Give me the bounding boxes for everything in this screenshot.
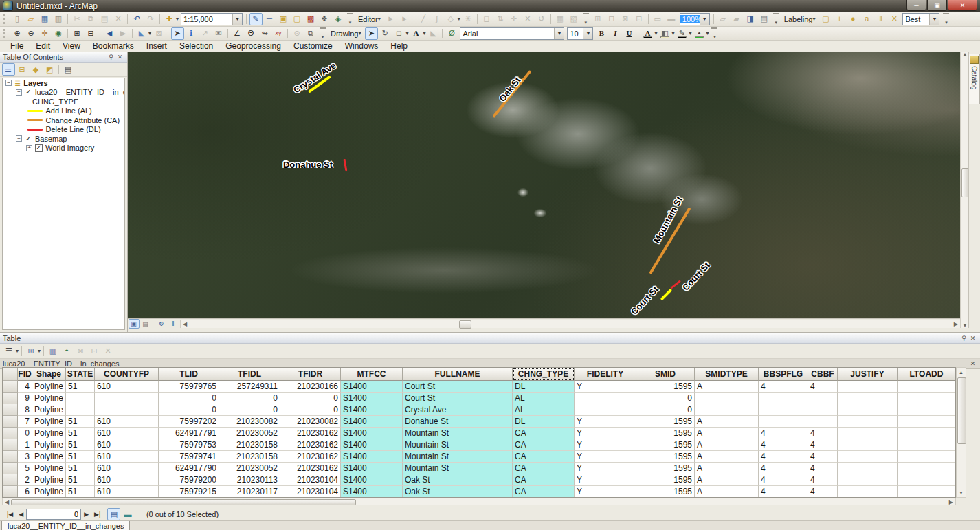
cell-tlid[interactable]: 75979741 bbox=[159, 451, 219, 463]
cell-chng_type[interactable]: AL bbox=[513, 404, 575, 416]
column-header-state[interactable]: STATE bbox=[66, 368, 95, 381]
cell-chng_type[interactable]: CA bbox=[513, 428, 575, 439]
map-hscroll-thumb[interactable] bbox=[459, 320, 471, 329]
cell-justify[interactable] bbox=[838, 404, 898, 416]
cell-bbspflg[interactable]: 4 bbox=[759, 381, 808, 393]
cell-mtfcc[interactable]: S1400 bbox=[341, 474, 403, 486]
cell-smidtype[interactable]: A bbox=[695, 439, 759, 451]
cell-fidelity[interactable]: Y bbox=[575, 474, 636, 486]
cell-state[interactable]: 51 bbox=[66, 381, 95, 393]
cell-bbspflg[interactable]: 4 bbox=[759, 428, 808, 439]
cell-ltoadd[interactable] bbox=[898, 393, 956, 404]
cell-cbbf[interactable]: 4 bbox=[808, 381, 838, 393]
toc-item-delete-line-dl[interactable]: Delete Line (DL) bbox=[3, 125, 124, 135]
cell-bbspflg[interactable] bbox=[759, 416, 808, 428]
cell-justify[interactable] bbox=[838, 381, 898, 393]
cell-tfidl[interactable]: 210230158 bbox=[219, 439, 280, 451]
cell-tlid[interactable]: 0 bbox=[159, 393, 219, 404]
cell-countyfp[interactable]: 610 bbox=[95, 474, 159, 486]
cell-cbbf[interactable] bbox=[808, 393, 838, 404]
menu-item-geoprocessing[interactable]: Geoprocessing bbox=[219, 41, 287, 52]
cell-bbspflg[interactable] bbox=[759, 393, 808, 404]
legend-line-swatch[interactable] bbox=[27, 110, 43, 112]
text-menu[interactable]: A bbox=[410, 27, 423, 40]
cell-fid[interactable]: 9 bbox=[18, 393, 32, 404]
cell-smidtype[interactable]: A bbox=[695, 381, 759, 393]
edit-vertices-tool[interactable]: ◣ bbox=[427, 27, 440, 40]
scroll-right-icon[interactable]: ▶ bbox=[952, 321, 960, 327]
cell-fidelity[interactable]: Y bbox=[575, 381, 636, 393]
bold-button[interactable]: B bbox=[595, 27, 608, 40]
table-options-button[interactable]: ☰ bbox=[3, 345, 16, 357]
underline-button[interactable]: U bbox=[623, 27, 636, 40]
first-record-button[interactable]: |◀ bbox=[4, 510, 16, 518]
cell-tlid[interactable]: 75979200 bbox=[159, 474, 219, 486]
zoom-100-button[interactable]: ▬ bbox=[665, 13, 678, 25]
grid-corner-cell[interactable] bbox=[3, 368, 18, 381]
cell-mtfcc[interactable]: S1400 bbox=[341, 428, 403, 439]
cell-tfidr[interactable]: 210230162 bbox=[280, 463, 341, 474]
rotate-tool[interactable]: ⇅ bbox=[493, 13, 506, 25]
zoom-to-selected-button[interactable]: ⊠ bbox=[74, 345, 87, 357]
map-horizontal-scrollbar[interactable]: ◀ ▶ bbox=[180, 320, 960, 328]
cell-fid[interactable]: 4 bbox=[18, 381, 32, 393]
column-header-tlid[interactable]: TLID bbox=[159, 368, 219, 381]
cell-fidelity[interactable] bbox=[575, 404, 636, 416]
toolbar-overflow-icon[interactable]: ▾ bbox=[773, 13, 779, 25]
cell-fid[interactable]: 7 bbox=[18, 416, 32, 428]
chevron-down-icon[interactable]: ▼ bbox=[232, 14, 242, 25]
cell-tfidr[interactable]: 210230162 bbox=[280, 428, 341, 439]
print-button[interactable]: ▥ bbox=[52, 13, 65, 25]
cell-state[interactable]: 51 bbox=[66, 416, 95, 428]
cell-ltoadd[interactable] bbox=[898, 404, 956, 416]
open-document-button[interactable]: ▱ bbox=[25, 13, 38, 25]
cell-chng_type[interactable]: CA bbox=[513, 439, 575, 451]
cell-chng_type[interactable]: AL bbox=[513, 393, 575, 404]
cell-smidtype[interactable] bbox=[695, 393, 759, 404]
map-view[interactable]: Crystal AveOak StDonahue StMountain StCo… bbox=[128, 52, 960, 318]
toolbar-overflow-icon[interactable]: ▾ bbox=[583, 13, 589, 25]
cell-countyfp[interactable]: 610 bbox=[95, 486, 159, 498]
chevron-down-icon[interactable]: ▾ bbox=[38, 348, 41, 354]
snap-point-button[interactable]: ⊞ bbox=[591, 13, 604, 25]
cell-countyfp[interactable]: 610 bbox=[95, 451, 159, 463]
identify-tool[interactable]: ℹ bbox=[185, 27, 198, 40]
cell-tfidl[interactable]: 210230052 bbox=[219, 463, 280, 474]
title-bar[interactable]: Untitled.mxd - ArcMap ─ ▣ ✕ bbox=[0, 0, 980, 12]
cell-fidelity[interactable]: Y bbox=[575, 486, 636, 498]
cell-mtfcc[interactable]: S1400 bbox=[341, 416, 403, 428]
table-horizontal-scrollbar[interactable]: ◀ ▶ bbox=[2, 498, 956, 505]
fill-color-button[interactable]: ◧ bbox=[658, 27, 671, 40]
cell-cbbf[interactable]: 4 bbox=[808, 474, 838, 486]
scroll-up-icon[interactable]: ▲ bbox=[957, 368, 966, 377]
select-elements-tool-2[interactable]: ➤ bbox=[365, 27, 378, 40]
column-header-chng_type[interactable]: CHNG_TYPE bbox=[513, 368, 575, 381]
toc-item-basemap[interactable]: −✓Basemap bbox=[3, 134, 124, 144]
time-slider-button[interactable]: ⊙ bbox=[291, 27, 304, 40]
label-weight-ranking-button[interactable]: ● bbox=[847, 13, 860, 25]
related-tables-button[interactable]: ⊞ bbox=[25, 345, 38, 357]
cell-shape[interactable]: Polyline bbox=[32, 381, 66, 393]
cell-state[interactable]: 51 bbox=[66, 486, 95, 498]
pan-page-button[interactable]: ▱ bbox=[716, 13, 729, 25]
cell-countyfp[interactable]: 610 bbox=[95, 439, 159, 451]
cell-justify[interactable] bbox=[838, 451, 898, 463]
pagelayout-zoom-combo[interactable]: 100%▼ bbox=[680, 13, 710, 25]
select-by-graphics-menu[interactable]: ◣ bbox=[135, 27, 148, 40]
snap-vertex-button[interactable]: ⊠ bbox=[619, 13, 632, 25]
cell-fullname[interactable]: Crystal Ave bbox=[403, 404, 513, 416]
cell-bbspflg[interactable]: 4 bbox=[759, 486, 808, 498]
cell-tfidl[interactable]: 257249311 bbox=[219, 381, 280, 393]
cell-ltoadd[interactable] bbox=[898, 428, 956, 439]
scroll-left-icon[interactable]: ◀ bbox=[3, 499, 11, 505]
menu-item-customize[interactable]: Customize bbox=[287, 41, 339, 52]
sketch-properties-button[interactable]: ▧ bbox=[567, 13, 580, 25]
cell-smidtype[interactable]: A bbox=[695, 463, 759, 474]
cell-fullname[interactable]: Mountain St bbox=[403, 428, 513, 439]
label-priority-ranking-button[interactable]: + bbox=[833, 13, 846, 25]
chevron-down-icon[interactable]: ▾ bbox=[423, 30, 425, 36]
snap-end-button[interactable]: ⊟ bbox=[605, 13, 618, 25]
undo-sketch-tool[interactable]: ↺ bbox=[535, 13, 548, 25]
label-engine-combo[interactable]: Best▼ bbox=[902, 13, 939, 25]
column-header-mtfcc[interactable]: MTFCC bbox=[341, 368, 403, 381]
